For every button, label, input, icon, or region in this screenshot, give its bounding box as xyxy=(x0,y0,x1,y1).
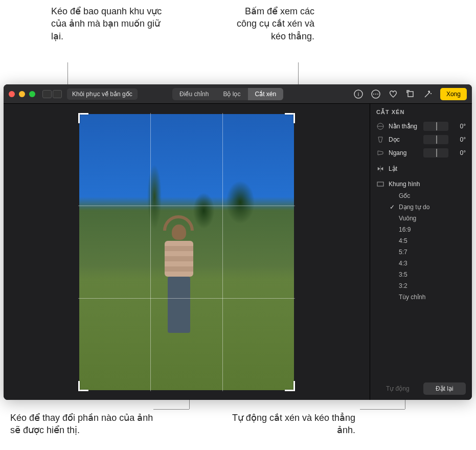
flip-icon xyxy=(376,165,384,173)
horizontal-slider[interactable]: Ngang 0° xyxy=(376,148,466,158)
aspect-3-5[interactable]: 3:5 xyxy=(389,269,466,280)
svg-rect-9 xyxy=(377,182,383,186)
aspect-label: 4:3 xyxy=(399,260,407,267)
aspect-label: 3:2 xyxy=(399,282,407,289)
aspect-original[interactable]: Gốc xyxy=(389,190,466,201)
slider-value: 0° xyxy=(452,136,466,143)
horizontal-perspective-icon xyxy=(376,149,384,157)
flip-row[interactable]: Lật xyxy=(376,165,466,173)
tab-adjust[interactable]: Điều chỉnh xyxy=(172,88,216,100)
reset-crop-button[interactable]: Đặt lại xyxy=(423,382,466,395)
toolbar: Khôi phục về bản gốc Điều chỉnh Bộ lọc C… xyxy=(4,84,472,104)
window-controls xyxy=(9,91,35,97)
done-button[interactable]: Xong xyxy=(440,88,467,100)
aspect-label: 4:5 xyxy=(399,237,407,244)
straighten-slider[interactable]: Nằn thẳng 0° xyxy=(376,122,466,131)
toolbar-actions: i Xong xyxy=(353,88,467,100)
aspect-5-7[interactable]: 5:7 xyxy=(389,246,466,258)
svg-rect-6 xyxy=(408,92,413,97)
callout-top-left: Kéo để bao quanh khu vực của ảnh mà bạn … xyxy=(51,5,169,42)
slider-label: Dọc xyxy=(389,136,419,143)
aspect-freeform[interactable]: ✓Dạng tự do xyxy=(389,201,466,213)
aspect-label: 5:7 xyxy=(399,249,407,256)
more-icon[interactable] xyxy=(371,89,381,99)
aspect-label: Vuông xyxy=(399,215,416,222)
auto-crop-button[interactable]: Tự động xyxy=(376,382,419,395)
aspect-label: Dạng tự do xyxy=(399,204,429,211)
slider-label: Nằn thẳng xyxy=(389,123,419,130)
crop-handle-tr[interactable] xyxy=(285,113,295,123)
vertical-slider[interactable]: Dọc 0° xyxy=(376,135,466,144)
svg-point-5 xyxy=(377,94,378,95)
flip-label: Lật xyxy=(389,165,397,172)
sidebar-toggle[interactable] xyxy=(42,90,62,98)
crop-handle-bl[interactable] xyxy=(78,381,88,391)
aspect-4-3[interactable]: 4:3 xyxy=(389,258,466,269)
info-icon[interactable]: i xyxy=(353,89,364,99)
minimize-button[interactable] xyxy=(19,91,25,97)
zoom-button[interactable] xyxy=(29,91,35,97)
slider-label: Ngang xyxy=(389,149,419,156)
slider-track[interactable] xyxy=(423,135,448,144)
straighten-icon xyxy=(376,122,384,130)
vertical-perspective-icon xyxy=(376,136,384,144)
callout-top-right: Bấm để xem các công cụ cắt xén và kéo th… xyxy=(228,5,314,42)
slider-track[interactable] xyxy=(423,122,448,131)
svg-point-3 xyxy=(373,94,374,95)
photo[interactable] xyxy=(79,114,294,390)
auto-enhance-icon[interactable] xyxy=(423,89,433,99)
aspect-label: 3:5 xyxy=(399,271,407,278)
sidebar-title: CẮT XÉN xyxy=(376,109,466,116)
callout-bottom-left: Kéo để thay đổi phần nào của ảnh sẽ được… xyxy=(10,412,158,437)
checkmark-icon: ✓ xyxy=(390,204,396,211)
svg-point-4 xyxy=(375,94,376,95)
tab-crop[interactable]: Cắt xén xyxy=(248,88,284,100)
aspect-label: 16:9 xyxy=(399,226,411,233)
callout-bottom-right: Tự động cắt xén và kéo thẳng ảnh. xyxy=(228,412,355,437)
aspect-header-label: Khung hình xyxy=(389,181,420,188)
aspect-list: Gốc ✓Dạng tự do Vuông 16:9 4:5 5:7 4:3 3… xyxy=(389,190,466,303)
photo-canvas[interactable] xyxy=(4,104,370,400)
favorite-icon[interactable] xyxy=(388,89,398,99)
close-button[interactable] xyxy=(9,91,15,97)
aspect-square[interactable]: Vuông xyxy=(389,213,466,224)
sidebar-footer: Tự động Đặt lại xyxy=(376,382,466,395)
content-area: CẮT XÉN Nằn thẳng 0° Dọc 0° Ngang 0° xyxy=(4,104,472,400)
aspect-4-5[interactable]: 4:5 xyxy=(389,235,466,246)
svg-text:i: i xyxy=(358,91,359,97)
photos-edit-window: Khôi phục về bản gốc Điều chỉnh Bộ lọc C… xyxy=(4,84,472,400)
aspect-3-2[interactable]: 3:2 xyxy=(389,280,466,291)
aspect-custom[interactable]: Tùy chỉnh xyxy=(389,291,466,303)
slider-track[interactable] xyxy=(423,148,448,158)
rotate-icon[interactable] xyxy=(405,89,416,99)
crop-handle-br[interactable] xyxy=(285,381,295,391)
crop-handle-tl[interactable] xyxy=(78,113,88,123)
aspect-header: Khung hình xyxy=(376,180,466,188)
callout-line xyxy=(360,409,405,410)
aspect-icon xyxy=(376,180,384,188)
callout-line xyxy=(153,409,189,410)
crop-sidebar: CẮT XÉN Nằn thẳng 0° Dọc 0° Ngang 0° xyxy=(370,104,472,400)
aspect-label: Tùy chỉnh xyxy=(399,294,425,301)
aspect-label: Gốc xyxy=(399,192,410,199)
slider-value: 0° xyxy=(452,149,466,156)
aspect-16-9[interactable]: 16:9 xyxy=(389,224,466,235)
photo-subject xyxy=(161,224,197,342)
revert-to-original-button[interactable]: Khôi phục về bản gốc xyxy=(67,88,138,100)
tab-filters[interactable]: Bộ lọc xyxy=(216,88,247,100)
slider-value: 0° xyxy=(452,123,466,130)
edit-mode-tabs: Điều chỉnh Bộ lọc Cắt xén xyxy=(172,88,283,100)
